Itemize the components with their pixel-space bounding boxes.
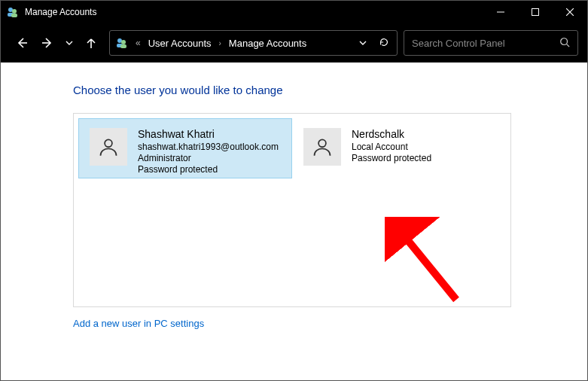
window-title: Manage Accounts bbox=[25, 7, 96, 17]
user-account-type: Local Account bbox=[352, 142, 431, 153]
svg-point-6 bbox=[121, 40, 126, 44]
user-role: Administrator bbox=[138, 153, 279, 164]
user-card[interactable]: Shashwat Khatri shashwat.khatri1993@outl… bbox=[78, 118, 292, 178]
svg-rect-3 bbox=[11, 14, 17, 17]
users-panel: Shashwat Khatri shashwat.khatri1993@outl… bbox=[73, 113, 511, 307]
user-info: Nerdschalk Local Account Password protec… bbox=[352, 128, 431, 164]
svg-point-1 bbox=[12, 9, 17, 14]
up-button[interactable] bbox=[79, 31, 103, 55]
search-input[interactable] bbox=[412, 38, 553, 49]
user-info: Shashwat Khatri shashwat.khatri1993@outl… bbox=[138, 128, 279, 175]
avatar bbox=[90, 128, 127, 166]
svg-point-9 bbox=[561, 38, 568, 44]
user-password-status: Password protected bbox=[138, 164, 279, 175]
search-box[interactable] bbox=[404, 30, 578, 56]
avatar bbox=[303, 128, 341, 166]
titlebar: Manage Accounts bbox=[1, 1, 587, 23]
search-icon[interactable] bbox=[559, 37, 570, 50]
minimize-button[interactable] bbox=[483, 1, 518, 23]
content-area: Choose the user you would like to change… bbox=[1, 62, 587, 380]
users-icon bbox=[116, 37, 128, 49]
page-heading: Choose the user you would like to change bbox=[73, 84, 587, 96]
maximize-button[interactable] bbox=[518, 1, 553, 23]
user-name: Shashwat Khatri bbox=[138, 128, 279, 142]
users-grid: Shashwat Khatri shashwat.khatri1993@outl… bbox=[74, 114, 510, 183]
user-name: Nerdschalk bbox=[352, 128, 431, 142]
address-bar[interactable]: « User Accounts › Manage Accounts bbox=[109, 30, 398, 56]
user-card[interactable]: Nerdschalk Local Account Password protec… bbox=[292, 118, 506, 178]
svg-rect-8 bbox=[120, 44, 126, 48]
breadcrumb-prefix: « bbox=[136, 38, 141, 48]
user-email: shashwat.khatri1993@outlook.com bbox=[138, 142, 279, 153]
svg-point-11 bbox=[318, 139, 326, 147]
forward-button[interactable] bbox=[35, 31, 59, 55]
add-user-link[interactable]: Add a new user in PC settings bbox=[73, 318, 204, 329]
navbar: « User Accounts › Manage Accounts bbox=[1, 23, 587, 62]
breadcrumb-item[interactable]: Manage Accounts bbox=[229, 38, 306, 49]
back-button[interactable] bbox=[10, 31, 34, 55]
users-icon bbox=[7, 6, 19, 18]
close-button[interactable] bbox=[553, 1, 587, 23]
svg-point-10 bbox=[105, 139, 112, 147]
chevron-right-icon: › bbox=[219, 39, 221, 47]
user-password-status: Password protected bbox=[352, 153, 431, 164]
breadcrumb-item[interactable]: User Accounts bbox=[148, 38, 212, 49]
breadcrumb-dropdown[interactable] bbox=[356, 38, 370, 49]
svg-rect-4 bbox=[532, 9, 539, 16]
refresh-button[interactable] bbox=[376, 37, 392, 50]
recent-dropdown[interactable] bbox=[61, 31, 78, 55]
